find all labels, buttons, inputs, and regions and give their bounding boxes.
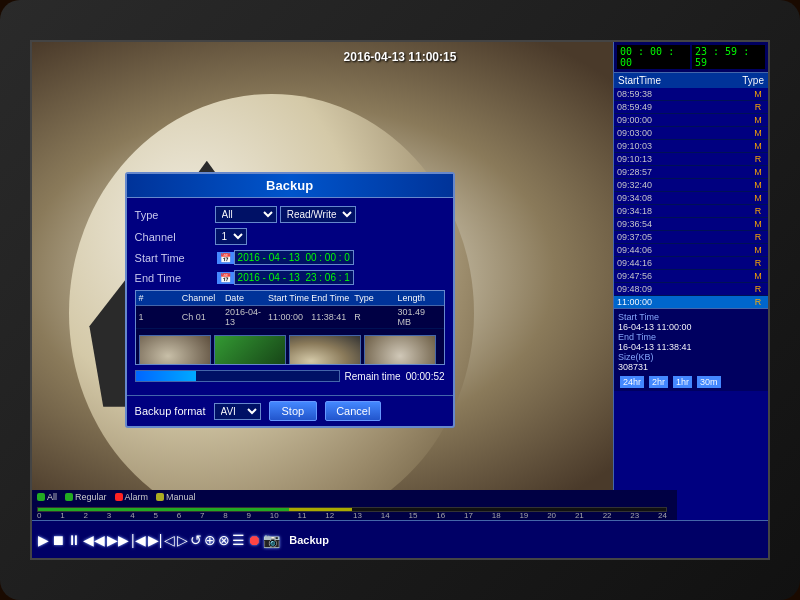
recording-item[interactable]: 09:10:13R [614, 153, 768, 166]
rewind-button[interactable]: ◀◀ [83, 532, 105, 548]
timeline-number: 12 [325, 511, 334, 520]
recording-item[interactable]: 09:47:56M [614, 270, 768, 283]
rec-time: 09:00:00 [617, 115, 751, 125]
recording-list: 08:59:38M08:59:49R09:00:00M09:03:00M09:1… [614, 88, 768, 308]
timeline-number: 18 [492, 511, 501, 520]
recording-item[interactable]: 09:10:03M [614, 140, 768, 153]
backup-dialog: Backup Type All Regular Alarm Manual Rea… [125, 172, 455, 428]
rec-type: M [751, 180, 765, 190]
start-time-info: Start Time 16-04-13 11:00:00 [618, 312, 764, 332]
recording-item[interactable]: 08:59:38M [614, 88, 768, 101]
view-30m-button[interactable]: 30m [697, 376, 721, 388]
timeline-number: 22 [603, 511, 612, 520]
prev-clip-button[interactable]: ◁ [164, 532, 175, 548]
format-select[interactable]: AVI MP4 DAV [214, 403, 261, 420]
recording-item[interactable]: 09:44:16R [614, 257, 768, 270]
col-num: # [139, 293, 182, 303]
recording-item[interactable]: 09:00:00M [614, 114, 768, 127]
type-select[interactable]: All Regular Alarm Manual [215, 206, 277, 223]
size-info-value: 308731 [618, 362, 648, 372]
start-time-col-header: StartTime [618, 75, 661, 86]
play-button[interactable]: ▶ [38, 532, 49, 548]
end-time-input[interactable] [234, 270, 354, 285]
fast-forward-button[interactable]: ▶▶ [107, 532, 129, 548]
rec-time: 09:37:05 [617, 232, 751, 242]
recording-item[interactable]: 09:37:05R [614, 231, 768, 244]
recording-item[interactable]: 09:36:54M [614, 218, 768, 231]
start-time-calendar-btn[interactable]: 📅 [217, 252, 234, 264]
rec-type: R [751, 258, 765, 268]
size-info: Size(KB) 308731 [618, 352, 764, 372]
timeline-number: 2 [84, 511, 88, 520]
rec-type: R [751, 102, 765, 112]
file-type: R [354, 312, 397, 322]
recording-item[interactable]: 09:32:40M [614, 179, 768, 192]
start-time-input[interactable] [234, 250, 354, 265]
zoom-button[interactable]: ⊕ [204, 532, 216, 548]
timeline-number: 11 [298, 511, 307, 520]
remain-label: Remain time [345, 371, 401, 382]
view-24hr-button[interactable]: 24hr [620, 376, 644, 388]
timeline-number: 4 [130, 511, 134, 520]
end-time-calendar-btn[interactable]: 📅 [217, 272, 234, 284]
channel-row: Channel 1 [135, 228, 445, 245]
right-panel: 00 : 00 : 00 23 : 59 : 59 StartTime Type… [613, 42, 768, 558]
channel-select[interactable]: 1 [215, 228, 247, 245]
timeline-number: 17 [464, 511, 473, 520]
timeline-number: 6 [177, 511, 181, 520]
timeline-number: 16 [436, 511, 445, 520]
snapshot-button[interactable]: 📷 [263, 532, 280, 548]
menu-button[interactable]: ☰ [232, 532, 245, 548]
next-frame-button[interactable]: ▶| [148, 532, 163, 548]
legend-alarm-label: Alarm [125, 492, 149, 502]
rw-select[interactable]: Read/Write [280, 206, 356, 223]
pause-button[interactable]: ⏸ [67, 532, 81, 548]
recording-item[interactable]: 09:34:08M [614, 192, 768, 205]
timeline-bar[interactable]: 0123456789101112131415161718192021222324 [32, 504, 677, 520]
size-info-label: Size(KB) [618, 352, 654, 362]
progress-fill [136, 371, 197, 381]
col-date: Date [225, 293, 268, 303]
view-1hr-button[interactable]: 1hr [673, 376, 692, 388]
timeline-number: 3 [107, 511, 111, 520]
file-num: 1 [139, 312, 182, 322]
timeline-number: 9 [247, 511, 251, 520]
file-end: 11:38:41 [311, 312, 354, 322]
recording-item[interactable]: 11:00:00R [614, 296, 768, 308]
record-button[interactable]: ⏺ [247, 532, 261, 548]
file-list: # Channel Date Start Time End Time Type … [135, 290, 445, 365]
recording-item[interactable]: 09:28:57M [614, 166, 768, 179]
view-2hr-button[interactable]: 2hr [649, 376, 668, 388]
stop-button[interactable]: ⏹ [51, 532, 65, 548]
thumbnail-1 [139, 335, 211, 365]
recording-item[interactable]: 09:44:06M [614, 244, 768, 257]
start-time-info-label: Start Time [618, 312, 659, 322]
prev-frame-button[interactable]: |◀ [131, 532, 146, 548]
rec-time: 11:00:00 [617, 297, 751, 307]
recording-item[interactable]: 09:34:18R [614, 205, 768, 218]
rec-time: 09:34:18 [617, 206, 751, 216]
col-type: Type [354, 293, 397, 303]
next-clip-button[interactable]: ▷ [177, 532, 188, 548]
rec-time: 08:59:38 [617, 89, 751, 99]
start-time-row: Start Time 📅 [135, 250, 445, 265]
timeline-number: 7 [200, 511, 204, 520]
timeline-number: 21 [575, 511, 584, 520]
stop-backup-button[interactable]: Stop [269, 401, 318, 421]
format-label: Backup format [135, 405, 206, 417]
timeline-number: 10 [270, 511, 279, 520]
type-label: Type [135, 209, 215, 221]
recording-item[interactable]: 08:59:49R [614, 101, 768, 114]
file-list-header: # Channel Date Start Time End Time Type … [136, 291, 444, 306]
recording-item[interactable]: 09:48:09R [614, 283, 768, 296]
cancel-backup-button[interactable]: Cancel [325, 401, 381, 421]
close-btn[interactable]: ⊗ [218, 532, 230, 548]
end-time-info-value: 16-04-13 11:38:41 [618, 342, 692, 352]
recording-item[interactable]: 09:03:00M [614, 127, 768, 140]
col-end: End Time [311, 293, 354, 303]
loop-button[interactable]: ↺ [190, 532, 202, 548]
rec-type: M [751, 128, 765, 138]
rec-time: 09:44:06 [617, 245, 751, 255]
legend-manual-dot [156, 493, 164, 501]
file-row[interactable]: 1 Ch 01 2016-04-13 11:00:00 11:38:41 R 3… [136, 306, 444, 329]
